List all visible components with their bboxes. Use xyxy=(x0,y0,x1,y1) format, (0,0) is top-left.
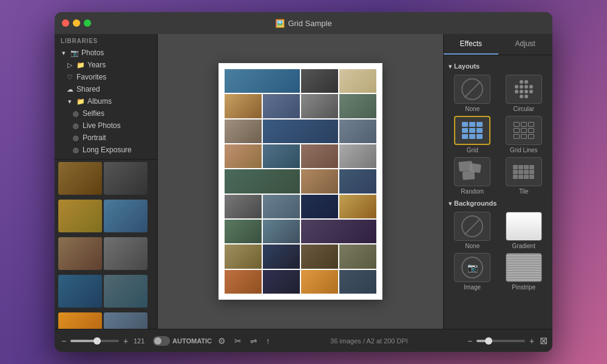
photo-cell[interactable] xyxy=(263,220,300,243)
layout-option-tile[interactable]: Tile xyxy=(500,157,548,195)
tab-adjust[interactable]: Adjust xyxy=(498,34,553,55)
photo-cell[interactable] xyxy=(339,195,376,218)
layout-thumb-gridlines[interactable] xyxy=(506,116,542,145)
bg-thumb-gradient[interactable] xyxy=(506,212,542,241)
photo-cell[interactable] xyxy=(225,195,262,218)
photo-cell[interactable] xyxy=(225,220,262,243)
shuffle-icon[interactable]: ⇌ xyxy=(248,335,260,347)
photo-cell[interactable] xyxy=(263,244,300,268)
photo-cell[interactable] xyxy=(225,270,262,294)
thumbnail[interactable] xyxy=(104,275,148,308)
collapse-arrow[interactable]: ▾ xyxy=(449,200,452,207)
sidebar-item-selfies[interactable]: ◎ Selfies xyxy=(55,107,157,120)
layout-thumb-grid[interactable] xyxy=(454,116,490,145)
zoom-slider[interactable] xyxy=(70,340,119,342)
layout-thumb-circular[interactable] xyxy=(506,75,542,104)
thumbnail[interactable] xyxy=(104,237,148,270)
layout-thumb-random[interactable] xyxy=(454,157,490,186)
layout-option-none[interactable]: None xyxy=(449,75,497,112)
settings-icon[interactable]: ⚙ xyxy=(215,335,228,347)
zoom-out-button-right[interactable]: − xyxy=(466,336,474,346)
photo-cell[interactable] xyxy=(301,144,338,168)
photo-cell[interactable] xyxy=(225,169,300,193)
thumb-row xyxy=(55,235,157,272)
thumbnail[interactable] xyxy=(104,312,148,329)
thumbnail[interactable] xyxy=(104,162,148,195)
album-icon: ◎ xyxy=(72,110,80,118)
photo-cell[interactable] xyxy=(301,195,338,218)
sidebar-item-portrait[interactable]: ◎ Portrait xyxy=(55,132,157,144)
layout-option-gridlines[interactable]: Grid Lines xyxy=(500,116,548,153)
photo-cell[interactable] xyxy=(301,270,338,294)
gridlines-icon xyxy=(514,122,534,139)
toggle-track[interactable] xyxy=(153,336,170,346)
sidebar-item-shared[interactable]: ☁ Shared xyxy=(55,83,157,95)
photo-cell[interactable] xyxy=(263,195,300,218)
zoom-slider-thumb[interactable] xyxy=(485,337,492,345)
auto-toggle[interactable]: AUTOMATIC xyxy=(153,336,212,346)
exit-button[interactable]: ⊠ xyxy=(540,335,548,346)
thumbnail[interactable] xyxy=(58,312,102,329)
adjust-icon[interactable]: ✂ xyxy=(232,335,244,347)
photo-cell[interactable] xyxy=(339,120,376,143)
layout-option-grid[interactable]: Grid xyxy=(449,116,497,153)
layout-thumb-none[interactable] xyxy=(454,75,490,104)
photo-cell[interactable] xyxy=(301,169,338,193)
sidebar-item-albums[interactable]: ▾ 📁 Albums xyxy=(55,95,157,107)
photo-cell[interactable] xyxy=(263,120,338,143)
layout-label: Random xyxy=(461,188,484,195)
thumbnail[interactable] xyxy=(58,275,102,308)
sidebar-item-photos[interactable]: ▾ 📷 Photos xyxy=(55,47,157,59)
photo-cell[interactable] xyxy=(225,120,262,143)
maximize-button[interactable] xyxy=(84,19,91,27)
bg-option-image[interactable]: 📷 Image xyxy=(449,253,497,291)
sidebar-item-years[interactable]: ▷ 📁 Years xyxy=(55,59,157,71)
photo-cell[interactable] xyxy=(225,94,262,118)
photo-cell[interactable] xyxy=(339,69,376,93)
sidebar-item-favorites[interactable]: ♡ Favorites xyxy=(55,71,157,83)
photo-cell[interactable] xyxy=(339,270,376,294)
thumbnail[interactable] xyxy=(104,200,148,232)
bg-option-none[interactable]: None xyxy=(449,212,497,249)
thumbnail[interactable] xyxy=(58,200,102,232)
bg-thumb-image[interactable]: 📷 xyxy=(454,253,490,282)
layout-thumb-tile[interactable] xyxy=(506,157,542,186)
zoom-out-button[interactable]: − xyxy=(59,336,68,346)
bg-thumb-pinstripe[interactable] xyxy=(506,253,542,282)
zoom-slider-right[interactable] xyxy=(476,340,525,342)
thumbnail[interactable] xyxy=(58,162,102,195)
zoom-slider-thumb[interactable] xyxy=(93,337,101,345)
photo-cell[interactable] xyxy=(263,144,300,168)
zoom-in-button[interactable]: + xyxy=(121,336,130,346)
grid-icon xyxy=(462,122,483,139)
photo-cell[interactable] xyxy=(339,144,376,168)
layout-option-random[interactable]: Random xyxy=(449,157,497,195)
layout-option-circular[interactable]: Circular xyxy=(500,75,548,112)
photo-cell[interactable] xyxy=(339,94,376,118)
titlebar: 🖼️ Grid Sample xyxy=(55,12,552,34)
bg-option-gradient[interactable]: Gradient xyxy=(500,212,548,249)
photo-cell[interactable] xyxy=(301,94,338,118)
photo-cell[interactable] xyxy=(301,220,376,243)
bg-option-pinstripe[interactable]: Pinstripe xyxy=(500,253,548,291)
thumbnail[interactable] xyxy=(58,237,102,270)
photo-cell[interactable] xyxy=(263,270,300,294)
photo-cell[interactable] xyxy=(263,94,300,118)
minimize-button[interactable] xyxy=(73,19,80,27)
photo-cell[interactable] xyxy=(225,69,300,93)
tab-effects[interactable]: Effects xyxy=(444,34,498,55)
close-button[interactable] xyxy=(62,19,69,27)
sidebar-item-long-exposure[interactable]: ◎ Long Exposure xyxy=(55,144,157,156)
photo-cell[interactable] xyxy=(301,69,338,93)
collapse-arrow[interactable]: ▾ xyxy=(449,63,452,70)
share-icon[interactable]: ↑ xyxy=(263,335,273,347)
zoom-in-button-right[interactable]: + xyxy=(527,336,536,346)
window-title: 🖼️ Grid Sample xyxy=(275,19,331,28)
sidebar-item-live[interactable]: ◎ Live Photos xyxy=(55,120,157,132)
photo-cell[interactable] xyxy=(339,244,376,268)
bg-thumb-none[interactable] xyxy=(454,212,490,241)
photo-cell[interactable] xyxy=(339,169,376,193)
photo-cell[interactable] xyxy=(301,244,338,268)
photo-cell[interactable] xyxy=(225,244,262,268)
photo-cell[interactable] xyxy=(225,144,262,168)
